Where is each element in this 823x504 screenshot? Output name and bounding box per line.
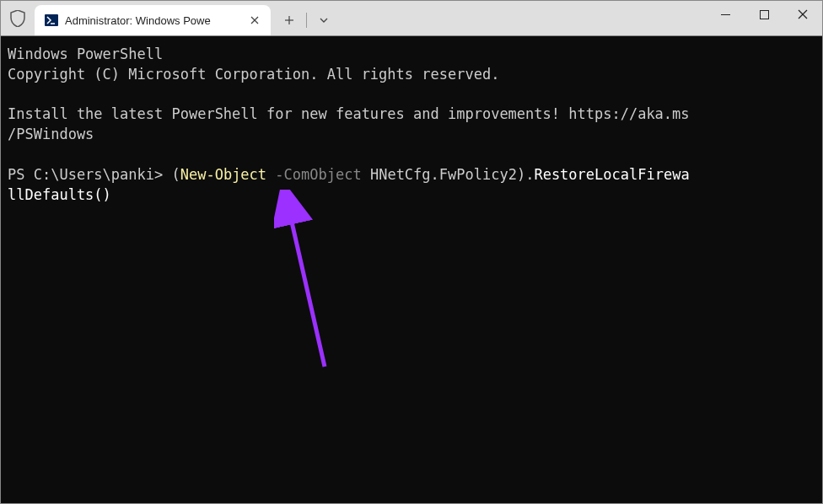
param-token: -ComObject bbox=[275, 166, 361, 183]
annotation-arrow bbox=[274, 190, 342, 375]
close-icon bbox=[798, 9, 808, 19]
minimize-button[interactable] bbox=[706, 1, 745, 28]
chevron-down-icon bbox=[319, 17, 329, 24]
minimize-icon bbox=[721, 10, 730, 19]
svg-rect-7 bbox=[760, 10, 768, 19]
close-tab-button[interactable] bbox=[247, 13, 262, 28]
arg-token: HNetCfg.FwPolicy2 bbox=[362, 166, 517, 183]
svg-line-11 bbox=[287, 200, 325, 367]
tab-action-divider bbox=[306, 13, 307, 28]
close-window-button[interactable] bbox=[783, 1, 822, 28]
output-line: Copyright (C) Microsoft Corporation. All… bbox=[8, 65, 815, 85]
method-token: RestoreLocalFirewa bbox=[534, 166, 689, 183]
prompt: PS C:\Users\panki> bbox=[8, 166, 171, 183]
close-icon bbox=[250, 16, 259, 24]
window-controls bbox=[706, 1, 822, 35]
blank-line bbox=[8, 145, 815, 165]
tab-title: Administrator: Windows Powe bbox=[65, 14, 240, 27]
shield-icon bbox=[10, 10, 25, 27]
blank-line bbox=[8, 85, 815, 105]
active-tab[interactable]: Administrator: Windows Powe bbox=[35, 5, 271, 35]
tab-actions bbox=[274, 5, 339, 35]
titlebar: Administrator: Windows Powe bbox=[1, 1, 822, 36]
output-line: Windows PowerShell bbox=[8, 45, 815, 65]
output-line: Install the latest PowerShell for new fe… bbox=[8, 105, 815, 125]
maximize-button[interactable] bbox=[745, 1, 783, 28]
maximize-icon bbox=[760, 10, 769, 19]
cmdlet-token: New-Object bbox=[180, 166, 266, 183]
method-token: llDefaults() bbox=[8, 186, 111, 203]
shield-icon-container bbox=[1, 1, 35, 35]
tab-dropdown-button[interactable] bbox=[309, 5, 339, 35]
paren: ). bbox=[517, 166, 534, 183]
new-tab-button[interactable] bbox=[274, 5, 304, 35]
command-line: PS C:\Users\panki> (New-Object -ComObjec… bbox=[8, 165, 815, 185]
powershell-icon bbox=[45, 13, 58, 27]
plus-icon bbox=[284, 15, 294, 25]
terminal-output[interactable]: Windows PowerShellCopyright (C) Microsof… bbox=[1, 36, 822, 213]
command-line-wrap: llDefaults() bbox=[8, 185, 815, 206]
paren: ( bbox=[171, 166, 180, 183]
output-line: /PSWindows bbox=[8, 125, 815, 145]
